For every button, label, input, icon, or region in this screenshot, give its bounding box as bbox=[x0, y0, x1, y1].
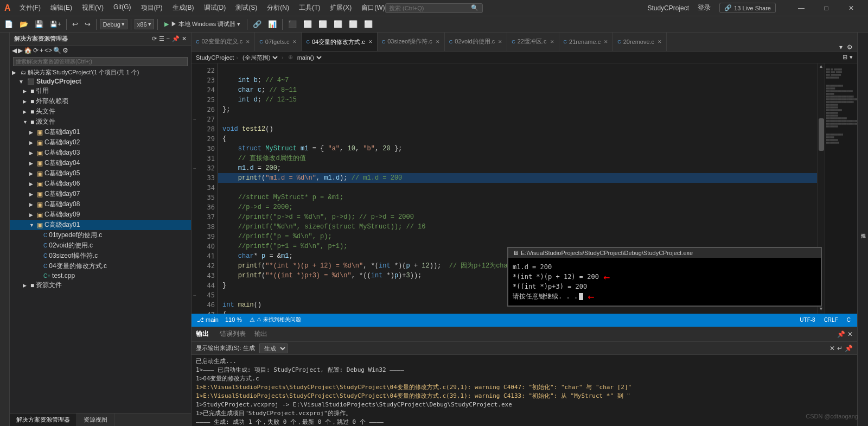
maximize-button[interactable]: □ bbox=[814, 0, 839, 16]
more-options-btn[interactable]: ▾ bbox=[850, 54, 853, 61]
menu-item-f[interactable]: 文件(F) bbox=[15, 1, 45, 15]
tool-add[interactable]: + bbox=[40, 47, 43, 54]
output-wrap-btn[interactable]: ↵ bbox=[837, 345, 843, 352]
menu-item-gitg[interactable]: Git(G) bbox=[109, 1, 136, 15]
status-error[interactable]: ⚠ ⚠ 未找到相关问题 bbox=[245, 316, 305, 323]
redo-btn[interactable]: ↪ bbox=[82, 19, 93, 29]
menu-item-e[interactable]: 编辑(E) bbox=[46, 1, 76, 15]
sidebar-item-01typedef[interactable]: C 01typedef的使用.c bbox=[10, 230, 191, 240]
misc-btn2[interactable]: ⬜ bbox=[362, 19, 375, 29]
tab-22buf[interactable]: C 22缓冲区.c ✕ bbox=[507, 33, 559, 51]
login-button[interactable]: 登录 bbox=[698, 3, 711, 12]
undo-btn[interactable]: ↩ bbox=[70, 19, 80, 29]
sidebar-item-ref[interactable]: ▶ ■ 引用 bbox=[10, 86, 191, 96]
output-content[interactable]: 已启动生成... 1>——— 已启动生成: 项目: StudyCProject,… bbox=[192, 355, 857, 426]
menu-item-b[interactable]: 生成(B) bbox=[168, 1, 199, 15]
live-share-button[interactable]: 🔗 13 Live Share bbox=[719, 3, 776, 13]
perf-btn[interactable]: 📊 bbox=[266, 19, 279, 29]
new-project-btn[interactable]: 📄 bbox=[2, 19, 15, 29]
solution-root[interactable]: ▶ 🗂 解决方案'StudyCProject'(1 个项目/共 1 个) bbox=[10, 68, 191, 77]
attach-btn[interactable]: 🔗 bbox=[251, 19, 264, 29]
save-btn[interactable]: 💾 bbox=[33, 19, 46, 29]
tool-settings[interactable]: ⚙ bbox=[62, 47, 68, 54]
output-clear-btn[interactable]: ✕ bbox=[829, 345, 835, 352]
tool-filter[interactable]: 🔍 bbox=[53, 47, 61, 54]
tab-02var[interactable]: C 02变量的定义.c ✕ bbox=[192, 33, 255, 51]
tab-close-0[interactable]: ✕ bbox=[246, 39, 250, 44]
tab-02void[interactable]: C 02void的使用.c ✕ bbox=[445, 33, 507, 51]
sidebar-item-day09[interactable]: ▶ ▣ C基础day09 bbox=[10, 209, 191, 220]
tool-forward[interactable]: ▶ bbox=[18, 47, 23, 54]
status-encoding[interactable]: UTF-8 bbox=[795, 317, 819, 323]
status-zoom[interactable]: 110 % bbox=[222, 316, 245, 323]
sidebar-item-day04[interactable]: ▶ ▣ C基础day04 bbox=[10, 158, 191, 168]
sidebar-filter-btn[interactable]: ☰ bbox=[159, 35, 164, 42]
tab-03sizeof[interactable]: C 03sizeof操作符.c ✕ bbox=[378, 33, 445, 51]
sidebar-sync-btn[interactable]: ⟳ bbox=[152, 35, 157, 42]
open-btn[interactable]: 📂 bbox=[17, 19, 30, 29]
tab-resource-view[interactable]: 资源视图 bbox=[77, 414, 114, 426]
tool-back[interactable]: ◀ bbox=[12, 47, 17, 54]
misc-btn1[interactable]: ⬜ bbox=[347, 19, 360, 29]
tool-code[interactable]: <> bbox=[44, 47, 52, 54]
tab-07fgets[interactable]: C 07fgets.c ✕ bbox=[255, 33, 302, 51]
global-search-input[interactable] bbox=[385, 3, 483, 13]
sidebar-pin-btn[interactable]: 📌 bbox=[172, 35, 180, 42]
sidebar-item-02void[interactable]: C 02void的使用.c bbox=[10, 240, 191, 251]
tool-refresh[interactable]: ⟳ bbox=[33, 47, 39, 54]
sidebar-item-04varmod[interactable]: C 04变量的修改方式.c bbox=[10, 261, 191, 271]
menu-item-t[interactable]: 工具(T) bbox=[295, 1, 324, 15]
tab-20remove[interactable]: C 20remove.c ✕ bbox=[613, 33, 667, 51]
menu-item-p[interactable]: 项目(P) bbox=[137, 1, 167, 15]
tab-settings-btn[interactable]: ⚙ bbox=[845, 43, 855, 51]
tab-04varmod[interactable]: C 04变量的修改方式.c ✕ bbox=[302, 33, 377, 51]
sidebar-item-test[interactable]: C+ test.cpp bbox=[10, 271, 191, 280]
step-in-btn[interactable]: ⬜ bbox=[316, 19, 329, 29]
scroll-up-btn[interactable]: ▲ bbox=[818, 63, 825, 71]
tab-dropdown-btn[interactable]: ▾ bbox=[837, 43, 845, 51]
close-button[interactable]: ✕ bbox=[839, 0, 864, 16]
status-line-ending[interactable]: CRLF bbox=[820, 317, 843, 323]
output-title[interactable]: 输出 bbox=[196, 329, 209, 339]
menu-item-w[interactable]: 窗口(W) bbox=[357, 1, 389, 15]
scroll-down-btn[interactable]: ▼ bbox=[818, 306, 825, 314]
minimize-button[interactable]: — bbox=[789, 0, 814, 16]
menu-item-s[interactable]: 测试(S) bbox=[231, 1, 261, 15]
sidebar-item-day02[interactable]: ▶ ▣ C基础day02 bbox=[10, 137, 191, 148]
project-root[interactable]: ▼ ⬛ StudyCProject bbox=[10, 77, 191, 86]
breakpoint-btn[interactable]: ⬛ bbox=[286, 19, 299, 29]
sidebar-item-source[interactable]: ▼ ■ 源文件 bbox=[10, 117, 191, 127]
save-all-btn[interactable]: 💾+ bbox=[48, 20, 63, 29]
breadcrumb-project[interactable]: StudyCProject bbox=[196, 54, 234, 61]
step-out-btn[interactable]: ⬜ bbox=[331, 19, 344, 29]
sidebar-item-day05[interactable]: ▶ ▣ C基础day05 bbox=[10, 168, 191, 179]
status-branch[interactable]: ⎇ main bbox=[194, 316, 222, 323]
sidebar-item-adv-day01[interactable]: ▼ ▣ C高级day01 bbox=[10, 220, 191, 230]
menu-item-x[interactable]: 扩展(X) bbox=[326, 1, 356, 15]
menu-item-v[interactable]: 视图(V) bbox=[78, 1, 108, 15]
sidebar-item-day01[interactable]: ▶ ▣ C基础day01 bbox=[10, 127, 191, 137]
scope-dropdown[interactable]: (全局范围) bbox=[240, 54, 279, 61]
sidebar-item-03sizeof[interactable]: C 03sizeof操作符.c bbox=[10, 251, 191, 261]
tab-21rename[interactable]: C 21rename.c ✕ bbox=[559, 33, 614, 51]
arch-dropdown[interactable]: x86 ▾ bbox=[135, 19, 154, 29]
sidebar-item-day08[interactable]: ▶ ▣ C基础day08 bbox=[10, 199, 191, 209]
output-source-dropdown[interactable]: 生成 bbox=[259, 344, 288, 353]
sidebar-item-extern[interactable]: ▶ ■ 外部依赖项 bbox=[10, 96, 191, 106]
tab-close-3[interactable]: ✕ bbox=[436, 39, 440, 44]
output-pin-btn[interactable]: 📌 bbox=[845, 345, 853, 352]
sidebar-item-day07[interactable]: ▶ ▣ C基础day07 bbox=[10, 189, 191, 199]
tab-close-7[interactable]: ✕ bbox=[658, 39, 662, 44]
func-dropdown[interactable]: main() bbox=[295, 54, 323, 61]
run-debugger-button[interactable]: ▶ ▶ 本地 Windows 调试器 ▾ bbox=[161, 19, 244, 29]
tab-solution-explorer[interactable]: 解决方案资源管理器 bbox=[10, 414, 77, 426]
scroll-thumb[interactable] bbox=[819, 118, 824, 151]
sidebar-close-btn[interactable]: ✕ bbox=[182, 35, 187, 42]
debug-config-dropdown[interactable]: Debug ▾ bbox=[100, 19, 127, 29]
sidebar-search-input[interactable] bbox=[13, 57, 188, 66]
sidebar-collapse-btn[interactable]: − bbox=[167, 35, 170, 42]
tool-home[interactable]: 🏠 bbox=[24, 47, 32, 54]
errors-tab[interactable]: 错误列表 bbox=[215, 328, 250, 340]
tab-close-6[interactable]: ✕ bbox=[604, 39, 608, 44]
panel-close-btn[interactable]: ✕ bbox=[847, 330, 853, 338]
